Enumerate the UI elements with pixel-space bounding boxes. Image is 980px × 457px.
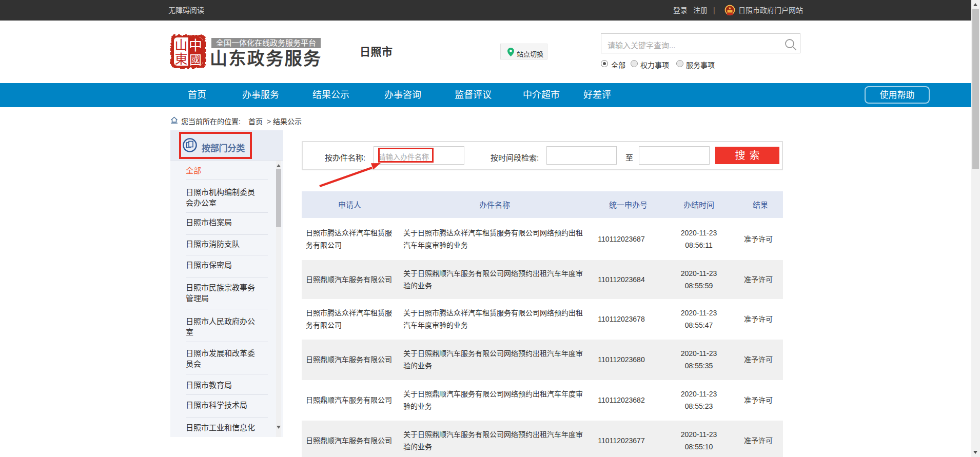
svg-text:山: 山 <box>174 38 187 52</box>
svg-text:國: 國 <box>189 53 202 67</box>
svg-text:中: 中 <box>189 38 202 53</box>
svg-text:東: 東 <box>174 52 187 66</box>
